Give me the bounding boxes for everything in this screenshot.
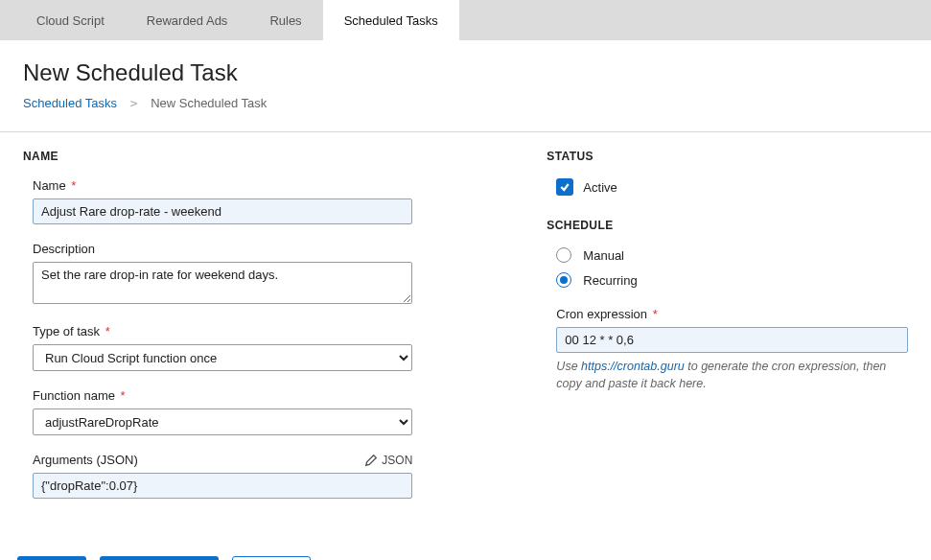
tab-scheduled-tasks[interactable]: Scheduled Tasks: [323, 0, 459, 40]
section-name-title: NAME: [23, 150, 412, 163]
cron-label: Cron expression *: [556, 307, 908, 321]
save-button[interactable]: Save: [17, 556, 86, 560]
json-edit-toggle[interactable]: JSON: [364, 454, 412, 467]
breadcrumb-current: New Scheduled Task: [151, 96, 267, 110]
crontab-guru-link[interactable]: https://crontab.guru: [581, 360, 685, 373]
tab-rewarded-ads[interactable]: Rewarded Ads: [126, 0, 249, 40]
section-schedule-title: SCHEDULE: [547, 219, 908, 232]
pencil-icon: [364, 454, 378, 467]
arguments-label: Arguments (JSON): [33, 453, 138, 467]
description-input[interactable]: Set the rare drop-in rate for weekend da…: [33, 262, 412, 304]
name-label: Name *: [33, 178, 412, 193]
section-status-title: STATUS: [547, 150, 908, 163]
active-checkbox[interactable]: [556, 178, 573, 196]
tab-cloud-script[interactable]: Cloud Script: [15, 0, 126, 40]
cancel-button[interactable]: Cancel: [232, 556, 311, 560]
arguments-input[interactable]: [33, 473, 412, 499]
save-and-run-button[interactable]: Save and run: [100, 556, 219, 560]
schedule-recurring-radio[interactable]: [556, 272, 571, 288]
checkmark-icon: [559, 181, 570, 193]
chevron-right-icon: >: [130, 96, 138, 110]
function-name-label: Function name *: [33, 388, 412, 403]
tab-rules[interactable]: Rules: [248, 0, 322, 40]
type-of-task-label: Type of task *: [33, 324, 412, 338]
active-label: Active: [583, 180, 617, 195]
cron-hint: Use https://crontab.guru to generate the…: [556, 359, 908, 392]
schedule-manual-label: Manual: [583, 248, 624, 263]
schedule-recurring-label: Recurring: [583, 273, 637, 288]
cron-input[interactable]: [556, 327, 908, 353]
divider: [0, 131, 931, 132]
breadcrumb: Scheduled Tasks > New Scheduled Task: [23, 96, 908, 110]
breadcrumb-root[interactable]: Scheduled Tasks: [23, 96, 117, 110]
page-title: New Scheduled Task: [23, 59, 908, 86]
function-name-select[interactable]: adjustRareDropRate: [33, 408, 412, 435]
tab-bar: Cloud Script Rewarded Ads Rules Schedule…: [0, 0, 931, 40]
description-label: Description: [33, 242, 412, 256]
schedule-manual-radio[interactable]: [556, 247, 571, 263]
type-of-task-select[interactable]: Run Cloud Script function once: [33, 344, 412, 371]
name-input[interactable]: [33, 198, 412, 224]
